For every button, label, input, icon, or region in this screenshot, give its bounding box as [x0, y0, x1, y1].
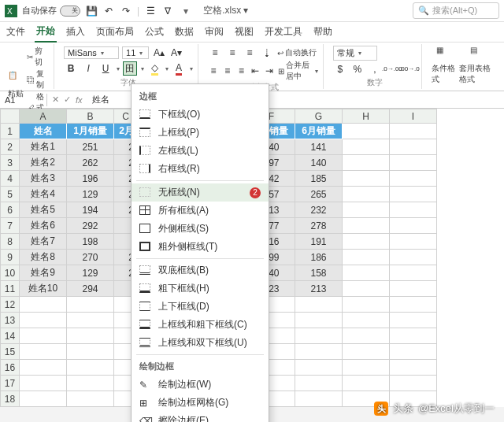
cell-1-a[interactable]: 姓名	[20, 124, 67, 139]
row-header-13[interactable]: 13	[1, 313, 20, 328]
cell-2-a[interactable]: 姓名1	[20, 139, 67, 155]
row-header-1[interactable]: 1	[1, 124, 20, 139]
cell-17-6[interactable]	[295, 376, 343, 391]
tab-插入[interactable]: 插入	[65, 22, 87, 42]
cell-9-x[interactable]	[343, 250, 390, 265]
borders-button[interactable]: 田	[123, 61, 137, 76]
tab-文件[interactable]: 文件	[5, 22, 27, 42]
cell-8-b[interactable]: 198	[67, 234, 114, 250]
cell-1-b[interactable]: 1月销量	[67, 124, 114, 139]
menu-item[interactable]: 上框线(P)	[132, 124, 269, 142]
cell-9-x[interactable]	[390, 250, 437, 265]
cell-10-g[interactable]: 158	[295, 265, 343, 281]
cell-9-g[interactable]: 186	[295, 250, 343, 265]
cell-17-1[interactable]	[67, 376, 114, 391]
cell-6-g[interactable]: 232	[295, 202, 343, 218]
align-center-button[interactable]: ≡	[222, 64, 233, 78]
cell-8-x[interactable]	[343, 234, 390, 250]
number-format-select[interactable]: 常规▾	[333, 46, 377, 61]
grow-font-button[interactable]: A▴	[152, 46, 166, 60]
menu-item[interactable]: 下框线(O)	[132, 106, 269, 124]
cell-16-6[interactable]	[295, 360, 343, 376]
cell-5-a[interactable]: 姓名4	[20, 187, 67, 202]
underline-more-icon[interactable]: ▾	[117, 65, 120, 72]
row-header-3[interactable]: 3	[1, 155, 20, 171]
cell-3-b[interactable]: 262	[67, 155, 114, 171]
font-color-button[interactable]: A	[172, 61, 186, 76]
cell-6-x[interactable]	[343, 202, 390, 218]
decrease-decimal-button[interactable]: .00→.0	[402, 62, 417, 76]
tab-审阅[interactable]: 审阅	[203, 22, 225, 42]
cell-17-7[interactable]	[343, 376, 390, 391]
cell-7-a[interactable]: 姓名6	[20, 218, 67, 234]
col-header-G[interactable]: G	[295, 109, 343, 124]
row-header-12[interactable]: 12	[1, 297, 20, 313]
row-header-7[interactable]: 7	[1, 218, 20, 234]
borders-dropdown[interactable]: 边框下框线(O)上框线(P)左框线(L)右框线(R)无框线(N)2所有框线(A)…	[131, 83, 269, 422]
cell-14-0[interactable]	[20, 328, 67, 344]
cell-5-x[interactable]	[343, 187, 390, 202]
cell-3-g[interactable]: 140	[295, 155, 343, 171]
select-all-corner[interactable]	[1, 109, 20, 124]
cell-6-b[interactable]: 194	[67, 202, 114, 218]
menu-item[interactable]: 所有框线(A)	[132, 202, 269, 220]
cell-10-x[interactable]	[390, 265, 437, 281]
cell-12-6[interactable]	[295, 297, 343, 313]
row-header-10[interactable]: 10	[1, 265, 20, 281]
cell-18-1[interactable]	[67, 391, 114, 407]
cell-5-x[interactable]	[390, 187, 437, 202]
cell-2-g[interactable]: 141	[295, 139, 343, 155]
cell-16-7[interactable]	[343, 360, 390, 376]
cell-4-x[interactable]	[343, 171, 390, 187]
cell-13-7[interactable]	[343, 313, 390, 328]
cell-11-x[interactable]	[343, 281, 390, 297]
cell-8-g[interactable]: 191	[295, 234, 343, 250]
menu-item[interactable]: 右框线(R)	[132, 160, 269, 178]
search-box[interactable]: 🔍 搜索(Alt+Q)	[413, 2, 499, 19]
menu-item[interactable]: 上框线和粗下框线(C)	[132, 316, 269, 334]
fill-color-button[interactable]: ◇	[147, 61, 161, 76]
filter-icon[interactable]: ∇	[161, 5, 174, 17]
align-mid-button[interactable]: ≡	[225, 46, 239, 60]
cell-16-1[interactable]	[67, 360, 114, 376]
row-header-11[interactable]: 11	[1, 281, 20, 297]
cell-12-8[interactable]	[390, 297, 437, 313]
menu-item[interactable]: 粗下框线(H)	[132, 279, 269, 298]
formula-input[interactable]: 姓名	[87, 92, 114, 107]
cell-16-0[interactable]	[20, 360, 67, 376]
menu-item[interactable]: ⊞绘制边框网格(G)	[132, 394, 269, 412]
row-header-4[interactable]: 4	[1, 171, 20, 187]
row-header-9[interactable]: 9	[1, 250, 20, 265]
cell-12-7[interactable]	[343, 297, 390, 313]
col-header-A[interactable]: A	[20, 109, 67, 124]
touch-icon[interactable]: ☰	[144, 5, 157, 17]
cell-15-6[interactable]	[295, 344, 343, 360]
row-header-6[interactable]: 6	[1, 202, 20, 218]
cell-4-x[interactable]	[390, 171, 437, 187]
tab-开发工具[interactable]: 开发工具	[263, 22, 304, 42]
redo-icon[interactable]: ↷	[120, 5, 132, 17]
row-header-17[interactable]: 17	[1, 376, 20, 391]
cell-8-a[interactable]: 姓名7	[20, 234, 67, 250]
name-box[interactable]: A1	[0, 94, 47, 106]
cell-13-0[interactable]	[20, 313, 67, 328]
cell-7-x[interactable]	[390, 218, 437, 234]
fontcolor-more-icon[interactable]: ▾	[190, 65, 193, 72]
menu-item[interactable]: 粗外侧框线(T)	[132, 238, 269, 256]
menu-item[interactable]: ⌫擦除边框(E)	[132, 412, 269, 422]
row-header-15[interactable]: 15	[1, 344, 20, 360]
cell-11-g[interactable]: 213	[295, 281, 343, 297]
align-bot-button[interactable]: ≡	[243, 46, 257, 60]
cut-button[interactable]: ✂ 剪切	[27, 46, 49, 68]
conditional-format-button[interactable]: ▦条件格式	[432, 46, 456, 85]
menu-item[interactable]: 上框线和双下框线(U)	[132, 334, 269, 352]
comma-button[interactable]: ,	[368, 62, 382, 76]
cell-10-a[interactable]: 姓名9	[20, 265, 67, 281]
autosave-toggle[interactable]: 自动保存 关	[22, 5, 80, 17]
cell-2-x[interactable]	[343, 139, 390, 155]
cell-6-x[interactable]	[390, 202, 437, 218]
row-header-8[interactable]: 8	[1, 234, 20, 250]
shrink-font-button[interactable]: A▾	[169, 46, 183, 60]
cell-13-6[interactable]	[295, 313, 343, 328]
cell-14-6[interactable]	[295, 328, 343, 344]
